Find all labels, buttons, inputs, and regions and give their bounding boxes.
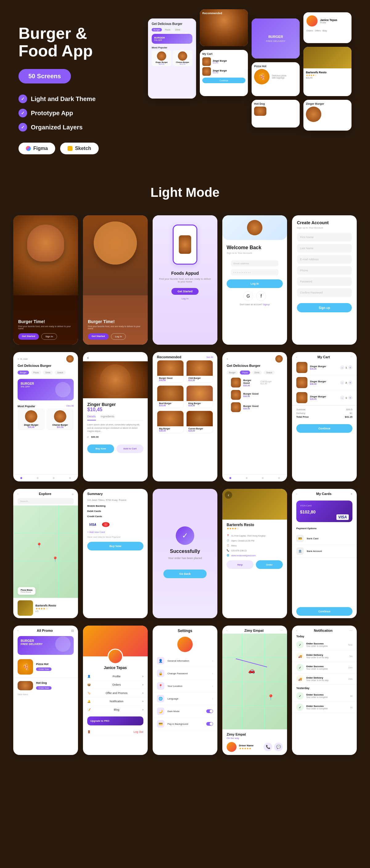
help-btn[interactable]: Help xyxy=(227,560,253,569)
cart-back-btn[interactable]: ‹ xyxy=(296,356,297,358)
sketch-badge[interactable]: Sketch xyxy=(60,143,98,154)
get-started-btn[interactable]: Get Started xyxy=(171,288,199,295)
add-new-card-link[interactable]: + Add new Card xyxy=(83,529,148,535)
tab-ingredients[interactable]: Ingredients xyxy=(101,415,115,421)
qty-minus-1[interactable]: - xyxy=(340,365,344,370)
settings-pay-background[interactable]: 💳 Pay in Background xyxy=(153,718,217,730)
detail-back-btn[interactable]: ‹ xyxy=(225,491,232,499)
home2-nav-profile[interactable] xyxy=(278,477,280,479)
home2-cat-snack[interactable]: Snack xyxy=(264,371,275,375)
explore-back-btn[interactable]: ‹ xyxy=(18,493,18,495)
add-to-cart-btn[interactable]: Add to Cart xyxy=(117,444,143,453)
tracking-more-btn[interactable]: ⋯ xyxy=(281,629,283,632)
settings-general[interactable]: 👤 General Information › xyxy=(153,655,217,667)
cat-drink[interactable]: Drink xyxy=(43,371,53,375)
splash1-get-started[interactable]: Get Started xyxy=(18,333,39,340)
last-name-field[interactable]: Last Name xyxy=(297,244,352,253)
notif-back-btn[interactable]: ‹ xyxy=(296,629,297,632)
go-back-btn[interactable]: Go Back xyxy=(164,569,206,578)
view-all-link[interactable]: View All xyxy=(66,405,74,408)
promo-back-btn[interactable]: ‹ xyxy=(18,629,18,632)
back-btn-detail[interactable]: ‹ xyxy=(83,352,148,361)
my-cards-back-btn[interactable]: ‹ xyxy=(296,493,297,495)
settings-language[interactable]: 🌐 Language › xyxy=(153,692,217,705)
upgrade-banner[interactable]: Upgrade to PRO xyxy=(87,716,143,725)
splash2-get-started[interactable]: Get Started xyxy=(88,333,109,340)
settings-location[interactable]: 📍 Your Location › xyxy=(153,680,217,692)
explore-search-btn[interactable]: ⌕ xyxy=(72,492,74,496)
login-link[interactable]: Log In xyxy=(181,297,189,300)
pay-background-toggle[interactable] xyxy=(206,722,213,726)
login-btn[interactable]: Log In xyxy=(227,279,283,288)
nav-profile[interactable] xyxy=(69,477,71,479)
home2-item-2[interactable]: Burger Good $10,40 xyxy=(227,389,283,401)
view-items-text[interactable]: View Items xyxy=(13,692,78,697)
email-address-field[interactable]: E-mail Address xyxy=(297,255,352,264)
profile-menu-notifications[interactable]: 🔔 Notification › xyxy=(83,698,148,706)
password-input[interactable]: •••••••••• xyxy=(231,269,278,275)
my-cards-add-btn[interactable]: + xyxy=(350,492,352,496)
rec-item-1[interactable]: Burger Good $10,45 xyxy=(157,360,184,383)
home2-cat-drink[interactable]: Drink xyxy=(252,371,262,375)
bank-item-2[interactable]: 🏦 Bank Account xyxy=(292,545,357,558)
home2-nav-search[interactable] xyxy=(246,477,248,479)
home2-item-1[interactable]: Burger Good $10,40 Chili Burger $12,90 xyxy=(227,376,283,389)
phone-btn[interactable]: 📞 xyxy=(264,743,272,751)
popular-item-2[interactable]: Cheese Burger $11,54 xyxy=(47,408,74,430)
first-name-field[interactable]: First Name xyxy=(297,233,352,242)
nav-cart[interactable] xyxy=(53,477,55,479)
google-login-btn[interactable]: G xyxy=(243,291,253,301)
splash2-log-in[interactable]: Log In xyxy=(111,333,126,340)
home2-cat-pizza[interactable]: Pizza xyxy=(240,371,250,375)
profile-menu-orders[interactable]: 📦 Orders › xyxy=(83,681,148,689)
splash1-sign-in[interactable]: Sign In xyxy=(41,333,57,340)
settings-password[interactable]: 🔒 Change Password › xyxy=(153,667,217,680)
home2-nav-cart[interactable] xyxy=(262,477,264,479)
summary-continue-btn[interactable]: Buy Now xyxy=(87,542,143,551)
bank-item-1[interactable]: 💳 Bank Card xyxy=(292,532,357,545)
rec-item-2[interactable]: Chili Burger $12,90 xyxy=(186,360,213,383)
password-field[interactable]: Password xyxy=(297,277,352,286)
profile-menu-blog[interactable]: 📝 Blog › xyxy=(83,706,148,714)
notif-item-3[interactable]: ✓ Order Success Your order is complete 1… xyxy=(292,662,357,673)
figma-badge[interactable]: Figma xyxy=(19,143,55,154)
chat-btn[interactable]: 💬 xyxy=(274,743,283,751)
nav-home[interactable] xyxy=(20,477,22,479)
tab-details[interactable]: Details xyxy=(87,415,96,421)
notif-item-1[interactable]: ✓ Order Success Your order is complete N… xyxy=(292,639,357,651)
promo-filter-btn[interactable]: ⊟ xyxy=(71,629,74,632)
cat-snack[interactable]: Snack xyxy=(55,371,65,375)
qty-minus-3[interactable]: - xyxy=(340,396,344,400)
qty-plus-2[interactable]: + xyxy=(348,380,352,385)
popular-item-1[interactable]: Zinger Burger $10,40 xyxy=(18,408,45,430)
rec-item-5[interactable]: Big Burger $10,45 xyxy=(157,411,184,433)
notif-item-4[interactable]: 🚚 Order Delivery Your order is on its wa… xyxy=(292,673,357,685)
explore-search-input[interactable]: Search... xyxy=(18,498,74,504)
email-input[interactable]: Email address xyxy=(231,260,278,267)
profile-menu-logout[interactable]: 🚪 Log Out xyxy=(83,728,148,736)
see-all-link[interactable]: See All xyxy=(206,356,213,358)
my-cards-continue-btn[interactable]: Continue xyxy=(296,607,352,616)
home2-menu-icon[interactable]: ≡ xyxy=(227,358,228,360)
cart-more-btn[interactable]: ⋯ xyxy=(350,356,352,358)
tracking-back-btn[interactable]: ‹ xyxy=(227,629,227,632)
signup-btn[interactable]: Sign up xyxy=(297,303,352,312)
rec-item-6[interactable]: Curren Burger $15,00 xyxy=(186,411,213,433)
notif-more-btn[interactable]: ⋯ xyxy=(349,629,352,632)
qty-plus-1[interactable]: + xyxy=(348,365,352,370)
home2-item-3[interactable]: Burger Good $10,40 xyxy=(227,401,283,413)
nav-search[interactable] xyxy=(37,477,38,479)
qty-minus-2[interactable]: - xyxy=(340,380,344,385)
buy-now-btn[interactable]: Buy Now xyxy=(87,444,114,453)
dark-mode-toggle[interactable] xyxy=(206,709,213,713)
settings-dark-mode[interactable]: 🌙 Dark Mode xyxy=(153,705,217,718)
continue-btn[interactable]: Continue xyxy=(296,424,352,433)
profile-menu-profile[interactable]: 👤 Profile › xyxy=(83,673,148,681)
profile-menu-promos[interactable]: 🏷️ Offer and Promos › xyxy=(83,689,148,698)
rec-item-3[interactable]: Beef Burger $15,45 xyxy=(157,385,184,408)
cat-pizza[interactable]: Pizza xyxy=(31,371,41,375)
signup-link[interactable]: Don't have an account? Signup xyxy=(227,303,283,306)
facebook-login-btn[interactable]: f xyxy=(256,291,266,301)
order-btn[interactable]: Order xyxy=(256,560,283,569)
pizza-promo-item[interactable]: 🍕 Pizza Hot Order Now xyxy=(13,657,78,676)
